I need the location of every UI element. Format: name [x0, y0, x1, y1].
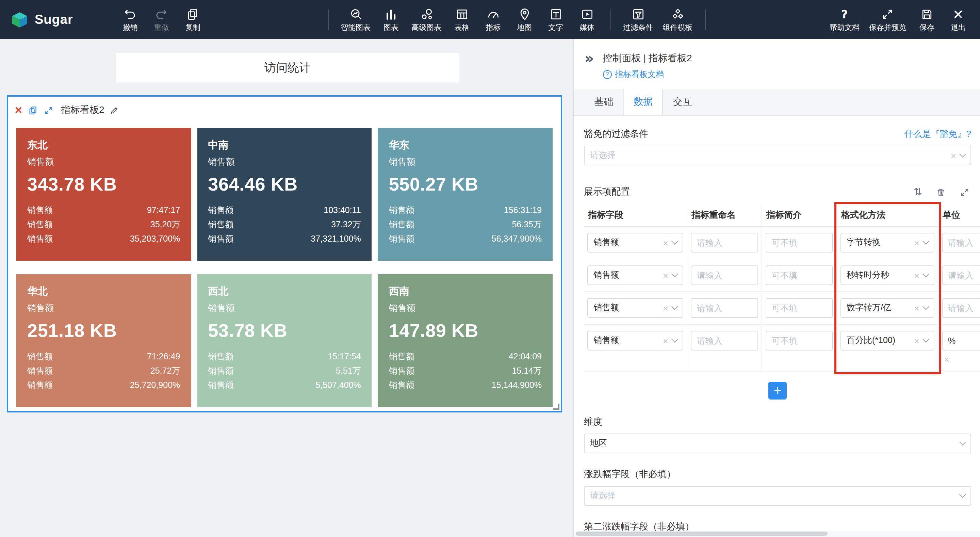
edit-widget-title-icon[interactable] — [110, 105, 119, 115]
rename-input[interactable] — [691, 265, 758, 285]
table-button[interactable]: 表格 — [447, 0, 477, 39]
clear-icon[interactable]: × — [914, 271, 920, 280]
unit-input[interactable] — [942, 265, 980, 285]
duplicate-widget-icon[interactable] — [27, 105, 38, 115]
exempt-help-link[interactable]: 什么是『豁免』? — [904, 128, 971, 140]
format-select[interactable]: 字节转换× — [840, 233, 934, 252]
rename-input[interactable] — [691, 298, 758, 318]
exit-button[interactable]: 退出 — [943, 0, 973, 39]
undo-button[interactable]: 撤销 — [115, 0, 145, 39]
clear-icon[interactable]: × — [951, 151, 956, 160]
field-cell: 销售额× — [584, 292, 687, 325]
metric-card[interactable]: 西南 销售额 147.89 KB 销售额42:04:09 销售额15.14万 销… — [378, 274, 553, 407]
dashboard-title-bar[interactable]: 访问统计 — [116, 53, 460, 82]
clear-icon[interactable]: × — [914, 303, 920, 313]
toolbar-item-label: 撤销 — [123, 24, 138, 31]
advanced-chart-button[interactable]: 高级图表 — [407, 0, 445, 39]
delta-field-select[interactable]: 请选择 — [584, 486, 971, 506]
select-value: 百分比(*100) — [846, 335, 910, 346]
card-sub-row: 销售额71:26:49 — [27, 350, 180, 364]
metric-field-select[interactable]: 销售额× — [587, 298, 683, 318]
metric-card[interactable]: 西北 销售额 53.78 KB 销售额15:17:54 销售额5.51万 销售额… — [197, 274, 372, 407]
text-button[interactable]: 文字 — [541, 0, 571, 39]
sugar-logo-icon — [11, 11, 29, 28]
app-logo[interactable]: Sugar — [11, 11, 73, 28]
chevron-down-icon — [959, 491, 966, 498]
exempt-filter-select[interactable]: 请选择 × — [584, 146, 971, 166]
format-select[interactable]: 数字转万/亿× — [840, 298, 934, 318]
metric-field-select[interactable]: 销售额× — [587, 331, 683, 351]
sub-metric-label: 销售额 — [389, 350, 414, 364]
dimension-select[interactable]: 地区 — [584, 433, 971, 453]
card-sub-row: 销售额25.72万 — [27, 364, 180, 378]
collapse-panel-icon[interactable]: » — [585, 53, 594, 65]
metric-card[interactable]: 中南 销售额 364.46 KB 销售额103:40:11 销售额37.32万 … — [197, 128, 372, 261]
fullscreen-widget-icon[interactable] — [43, 105, 53, 115]
add-row-button[interactable]: + — [768, 382, 787, 400]
text-icon — [549, 8, 563, 21]
metric-card[interactable]: 华东 销售额 550.27 KB 销售额156:31:19 销售额56.35万 … — [378, 128, 553, 261]
desc-input[interactable] — [765, 298, 833, 318]
metric-card[interactable]: 东北 销售额 343.78 KB 销售额97:47:17 销售额35.20万 销… — [16, 128, 191, 261]
clear-icon[interactable]: × — [663, 271, 668, 280]
sort-icon[interactable]: ⇅ — [914, 186, 922, 198]
scrollbar-thumb[interactable] — [576, 532, 827, 535]
field-cell: 销售额× — [584, 325, 687, 371]
copy-button[interactable]: 复制 — [178, 0, 208, 39]
unit-input[interactable] — [942, 331, 980, 351]
tab-data[interactable]: 数据 — [624, 89, 663, 115]
sub-metric-label: 销售额 — [208, 232, 234, 246]
desc-cell — [762, 259, 837, 292]
format-select[interactable]: 秒转时分秒× — [840, 265, 934, 285]
rename-input[interactable] — [691, 233, 758, 252]
map-button[interactable]: 地图 — [509, 0, 539, 39]
horizontal-scrollbar[interactable] — [574, 531, 980, 537]
sub-metric-value: 25.72万 — [150, 364, 180, 378]
widget-resize-handle[interactable] — [553, 403, 559, 410]
filter-button[interactable]: 过滤条件 — [619, 0, 657, 39]
metric-card[interactable]: 华北 销售额 251.18 KB 销售额71:26:49 销售额25.72万 销… — [16, 274, 191, 407]
clear-icon[interactable]: × — [663, 303, 668, 313]
edit-tools-group: 撤销 重做 复制 — [115, 0, 208, 39]
metric-button[interactable]: 指标 — [478, 0, 508, 39]
unit-input[interactable] — [942, 233, 980, 252]
sub-metric-label: 销售额 — [27, 204, 53, 218]
smart-chart-button[interactable]: 智能图表 — [337, 0, 375, 39]
chart-button[interactable]: 图表 — [376, 0, 406, 39]
media-button[interactable]: 媒体 — [572, 0, 602, 39]
clear-icon[interactable]: × — [914, 238, 920, 247]
unit-input[interactable] — [942, 298, 980, 318]
card-value: 53.78 KB — [208, 320, 361, 342]
select-value: 销售额 — [593, 269, 659, 281]
save-preview-button[interactable]: 保存并预览 — [865, 0, 911, 39]
desc-input[interactable] — [765, 265, 833, 285]
desc-input[interactable] — [765, 331, 833, 351]
metric-field-select[interactable]: 销售额× — [587, 265, 683, 285]
dashboard-canvas[interactable]: 访问统计 × 指标看板2 东北 销售额 343.78 KB 销售额97:47:1… — [0, 39, 573, 537]
doc-link[interactable]: ? 指标看板文档 — [603, 69, 692, 80]
circle-question-icon: ? — [603, 70, 611, 79]
help-button[interactable]: ? 帮助文档 — [826, 0, 864, 39]
sub-metric-value: 103:40:11 — [324, 204, 361, 218]
clear-icon[interactable]: × — [914, 336, 920, 346]
format-select[interactable]: 百分比(*100)× — [840, 331, 934, 351]
tab-basic[interactable]: 基础 — [584, 89, 624, 115]
tab-interaction[interactable]: 交互 — [663, 89, 702, 115]
toolbar-item-label: 图表 — [383, 24, 398, 31]
save-button[interactable]: 保存 — [912, 0, 942, 39]
clear-icon[interactable]: × — [663, 238, 668, 247]
metric-board-widget[interactable]: × 指标看板2 东北 销售额 343.78 KB 销售额97:47:17 销售额… — [7, 95, 562, 413]
clear-icon[interactable]: × — [663, 336, 668, 346]
map-pin-icon — [517, 8, 531, 21]
template-button[interactable]: 组件模板 — [659, 0, 697, 39]
metric-field-select[interactable]: 销售额× — [587, 233, 683, 252]
desc-input[interactable] — [765, 233, 833, 252]
expand-table-icon[interactable] — [959, 187, 970, 197]
rename-input[interactable] — [691, 331, 758, 351]
clear-icon[interactable]: × — [944, 354, 950, 365]
toolbar-item-label: 地图 — [517, 24, 532, 31]
delete-widget-icon[interactable]: × — [15, 105, 22, 116]
redo-button[interactable]: 重做 — [147, 0, 177, 39]
card-region: 西北 — [208, 285, 361, 298]
trash-icon[interactable] — [936, 187, 946, 197]
